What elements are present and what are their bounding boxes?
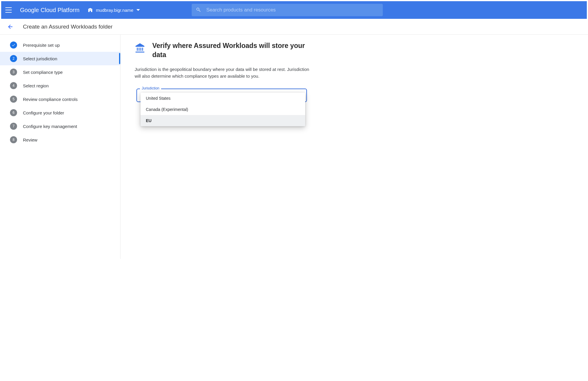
menu-icon[interactable] xyxy=(5,7,12,13)
step-bullet: 7 xyxy=(10,123,17,130)
step-label: Set compliance type xyxy=(23,70,63,75)
jurisdiction-option[interactable]: United States xyxy=(141,93,305,104)
chevron-down-icon xyxy=(136,9,140,11)
project-selector[interactable]: mudbray.bigr.name xyxy=(86,6,141,14)
step-label: Select region xyxy=(23,83,49,88)
page-title: Create an Assured Workloads folder xyxy=(23,24,113,30)
step-bullet xyxy=(10,41,17,49)
bank-icon xyxy=(135,42,145,54)
step-bullet: 6 xyxy=(10,109,17,116)
wizard-step[interactable]: Prerequisite set up xyxy=(0,38,120,52)
search-box[interactable] xyxy=(192,4,383,16)
step-label: Select jurisdiction xyxy=(23,56,57,61)
jurisdiction-option[interactable]: EU xyxy=(141,115,305,126)
step-bullet: 2 xyxy=(10,55,17,62)
top-header: Google Cloud Platform mudbray.bigr.name xyxy=(0,0,588,19)
search-icon xyxy=(196,7,201,13)
wizard-step[interactable]: 6Configure your folder xyxy=(0,106,120,119)
wizard-step[interactable]: 4Select region xyxy=(0,79,120,92)
jurisdiction-option[interactable]: Canada (Experimental) xyxy=(141,104,305,115)
wizard-sidebar: Prerequisite set up2Select jurisdiction3… xyxy=(0,35,121,259)
step-label: Review xyxy=(23,137,37,142)
step-bullet: 4 xyxy=(10,82,17,89)
wizard-step[interactable]: 5Review compliance controls xyxy=(0,92,120,106)
step-label: Configure key management xyxy=(23,124,77,129)
main-pane: Verify where Assured Workloads will stor… xyxy=(121,35,588,259)
project-name: mudbray.bigr.name xyxy=(96,8,133,13)
product-name-text: Google Cloud Platform xyxy=(20,7,79,13)
search-input[interactable] xyxy=(206,7,379,13)
step-label: Configure your folder xyxy=(23,110,64,115)
step-bullet: 5 xyxy=(10,96,17,103)
main-title: Verify where Assured Workloads will stor… xyxy=(152,41,305,59)
step-bullet: 8 xyxy=(10,136,17,143)
back-arrow-icon[interactable] xyxy=(7,24,14,30)
wizard-step[interactable]: 2Select jurisdiction xyxy=(0,52,120,65)
wizard-step[interactable]: 7Configure key management xyxy=(0,119,120,133)
step-bullet: 3 xyxy=(10,69,17,76)
wizard-step[interactable]: 8Review xyxy=(0,133,120,147)
main-description: Jurisdiction is the geopolitical boundar… xyxy=(135,66,311,80)
jurisdiction-field-label: Jurisdiction xyxy=(140,86,161,90)
jurisdiction-dropdown-menu: United StatesCanada (Experimental)EU xyxy=(141,93,305,126)
project-icon xyxy=(88,7,93,13)
product-name: Google Cloud Platform xyxy=(20,7,79,14)
step-label: Review compliance controls xyxy=(23,97,78,102)
sub-header: Create an Assured Workloads folder xyxy=(0,19,588,35)
wizard-step[interactable]: 3Set compliance type xyxy=(0,65,120,79)
jurisdiction-field[interactable]: Jurisdiction United StatesCanada (Experi… xyxy=(136,89,307,102)
step-label: Prerequisite set up xyxy=(23,43,60,48)
